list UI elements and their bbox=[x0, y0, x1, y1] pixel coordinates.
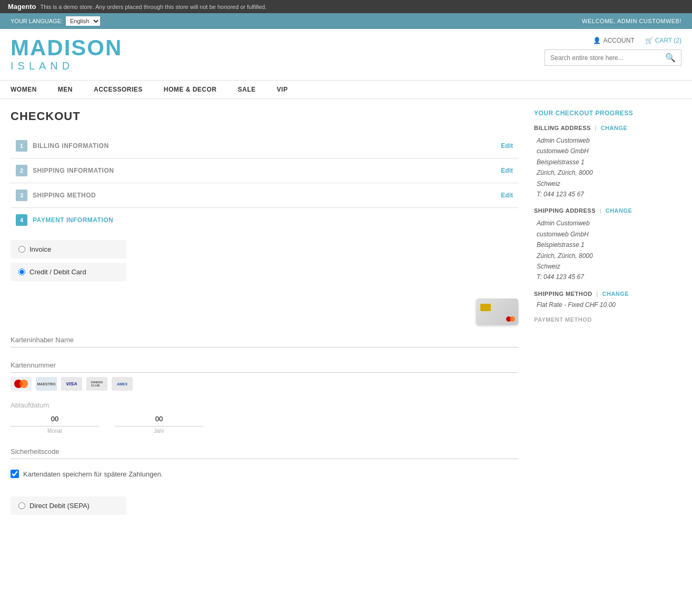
shipping-city: Zürich, Zürich, 8000 bbox=[537, 251, 681, 261]
logo[interactable]: MADISON ISLAND bbox=[11, 37, 122, 72]
shipping-method-header: SHIPPING METHOD | CHANGE bbox=[534, 291, 681, 297]
progress-billing: BILLING ADDRESS | CHANGE Admin Customweb… bbox=[534, 125, 681, 200]
payment-option-sepa[interactable]: Direct Debit (SEPA) bbox=[11, 496, 126, 515]
main-content: CHECKOUT 1 BILLING INFORMATION Edit 2 SH… bbox=[0, 99, 692, 530]
shipping-address-label: SHIPPING ADDRESS bbox=[534, 207, 596, 214]
mastercard-icon bbox=[11, 377, 32, 391]
shipping-method-change-link[interactable]: CHANGE bbox=[602, 291, 629, 297]
card-brand-dots bbox=[479, 316, 515, 322]
step-payment: 4 PAYMENT INFORMATION bbox=[11, 208, 518, 232]
account-label: ACCOUNT bbox=[603, 37, 634, 44]
edit-shipping-method-link[interactable]: Edit bbox=[501, 192, 513, 199]
cardholder-input[interactable] bbox=[11, 333, 518, 347]
shipping-address-header: SHIPPING ADDRESS | CHANGE bbox=[534, 207, 681, 214]
account-link[interactable]: 👤 ACCOUNT bbox=[593, 37, 634, 44]
welcome-message: WELCOME, ADMIN CUSTOMWEB! bbox=[582, 18, 681, 24]
sepa-radio[interactable] bbox=[18, 502, 25, 509]
billing-city: Zürich, Zürich, 8000 bbox=[537, 167, 681, 178]
cardnumber-field: MAESTRO VISA DINERSCLUB AMEX bbox=[11, 358, 518, 391]
step-number-4: 4 bbox=[16, 214, 27, 226]
amex-icon: AMEX bbox=[112, 377, 133, 391]
cart-link[interactable]: 🛒 CART (2) bbox=[645, 37, 681, 44]
billing-street: Beispielstrasse 1 bbox=[537, 157, 681, 167]
step-label-1: BILLING INFORMATION bbox=[33, 142, 109, 150]
monat-label: Monat bbox=[47, 428, 62, 434]
expiry-year-input[interactable] bbox=[115, 412, 203, 426]
search-input[interactable] bbox=[550, 54, 665, 62]
credit-card-label: Credit / Debit Card bbox=[29, 268, 86, 276]
demo-bar: Magento This is a demo store. Any orders… bbox=[0, 0, 692, 13]
billing-address-block: Admin Customweb customweb GmbH Beispiels… bbox=[534, 135, 681, 200]
shipping-company: customweb GmbH bbox=[537, 229, 681, 240]
nav-item-men[interactable]: MEN bbox=[58, 86, 73, 93]
payment-section: Invoice Credit / Debit Card bbox=[11, 232, 518, 293]
shipping-country: Schweiz bbox=[537, 261, 681, 272]
billing-name: Admin Customweb bbox=[537, 135, 681, 146]
step-label-2: SHIPPING INFORMATION bbox=[33, 167, 114, 174]
payment-option-credit-card[interactable]: Credit / Debit Card bbox=[11, 263, 126, 281]
save-card-label: Kartendaten speichern für spätere Zahlun… bbox=[23, 470, 163, 478]
nav-item-sale[interactable]: SALE bbox=[238, 86, 256, 93]
header-right: 👤 ACCOUNT 🛒 CART (2) 🔍 bbox=[545, 37, 681, 66]
progress-shipping-address: SHIPPING ADDRESS | CHANGE Admin Customwe… bbox=[534, 207, 681, 282]
checkout-right: YOUR CHECKOUT PROGRESS BILLING ADDRESS |… bbox=[534, 110, 681, 519]
cart-label: CART (2) bbox=[655, 37, 681, 44]
security-input[interactable] bbox=[11, 444, 518, 459]
step-number-3: 3 bbox=[16, 190, 27, 201]
progress-title: YOUR CHECKOUT PROGRESS bbox=[534, 110, 681, 117]
user-icon: 👤 bbox=[593, 37, 601, 44]
step-shipping-info: 2 SHIPPING INFORMATION Edit bbox=[11, 158, 518, 183]
language-bar: YOUR LANGUAGE: English WELCOME, ADMIN CU… bbox=[0, 13, 692, 29]
search-button[interactable]: 🔍 bbox=[665, 53, 676, 63]
demo-notice: This is a demo store. Any orders placed … bbox=[40, 4, 266, 10]
invoice-radio[interactable] bbox=[18, 246, 25, 253]
nav-item-vip[interactable]: VIP bbox=[277, 86, 288, 93]
language-selector-area: YOUR LANGUAGE: English bbox=[11, 16, 100, 26]
edit-shipping-info-link[interactable]: Edit bbox=[501, 167, 513, 174]
shipping-phone: T: 044 123 45 67 bbox=[537, 272, 681, 282]
checkout-title: CHECKOUT bbox=[11, 110, 518, 123]
billing-address-header: BILLING ADDRESS | CHANGE bbox=[534, 125, 681, 131]
cardnumber-input[interactable] bbox=[11, 358, 518, 373]
billing-phone: T: 044 123 45 67 bbox=[537, 189, 681, 200]
logo-line2: ISLAND bbox=[11, 60, 122, 72]
nav-item-women[interactable]: WOMEN bbox=[11, 86, 37, 93]
progress-shipping-method: SHIPPING METHOD | CHANGE Flat Rate - Fix… bbox=[534, 291, 681, 309]
sepa-label: Direct Debit (SEPA) bbox=[29, 502, 90, 510]
shipping-method-value: Flat Rate - Fixed CHF 10.00 bbox=[534, 301, 681, 309]
credit-card-radio[interactable] bbox=[18, 269, 25, 275]
progress-payment-method: PAYMENT METHOD bbox=[534, 316, 681, 323]
card-icon-area bbox=[11, 299, 518, 325]
nav-item-accessories[interactable]: ACCESSORIES bbox=[94, 86, 143, 93]
language-label: YOUR LANGUAGE: bbox=[11, 18, 63, 24]
step-label-3: SHIPPING METHOD bbox=[33, 192, 96, 199]
checkout-left: CHECKOUT 1 BILLING INFORMATION Edit 2 SH… bbox=[11, 110, 518, 519]
step-number-2: 2 bbox=[16, 165, 27, 176]
shipping-address-block: Admin Customweb customweb GmbH Beispiels… bbox=[534, 218, 681, 282]
expiry-label: Ablaufdatum bbox=[11, 401, 518, 409]
security-field bbox=[11, 444, 518, 459]
payment-option-invoice[interactable]: Invoice bbox=[11, 240, 126, 259]
credit-card-graphic bbox=[476, 299, 518, 325]
step-label-4: PAYMENT INFORMATION bbox=[33, 216, 113, 224]
language-dropdown[interactable]: English bbox=[66, 16, 100, 26]
step-number-1: 1 bbox=[16, 140, 27, 152]
expiry-field: Ablaufdatum Monat Jahr bbox=[11, 401, 518, 434]
invoice-label: Invoice bbox=[29, 245, 51, 253]
edit-billing-link[interactable]: Edit bbox=[501, 142, 513, 150]
payment-method-label: PAYMENT METHOD bbox=[534, 316, 681, 323]
search-box: 🔍 bbox=[545, 49, 681, 66]
expiry-month-input[interactable] bbox=[11, 412, 99, 426]
shipping-address-change-link[interactable]: CHANGE bbox=[606, 207, 632, 214]
logo-line1: MADISON bbox=[11, 37, 122, 59]
header-links: 👤 ACCOUNT 🛒 CART (2) bbox=[593, 37, 681, 44]
card-brand-icons: MAESTRO VISA DINERSCLUB AMEX bbox=[11, 377, 518, 391]
magento-logo: Magento bbox=[8, 3, 36, 11]
expiry-inputs: Monat Jahr bbox=[11, 412, 518, 434]
step-shipping-method: 3 SHIPPING METHOD Edit bbox=[11, 183, 518, 208]
shipping-name: Admin Customweb bbox=[537, 218, 681, 228]
billing-change-link[interactable]: CHANGE bbox=[601, 125, 628, 131]
expiry-month-field: Monat bbox=[11, 412, 99, 434]
save-card-checkbox[interactable] bbox=[11, 470, 19, 478]
nav-item-home-decor[interactable]: HOME & DECOR bbox=[164, 86, 217, 93]
